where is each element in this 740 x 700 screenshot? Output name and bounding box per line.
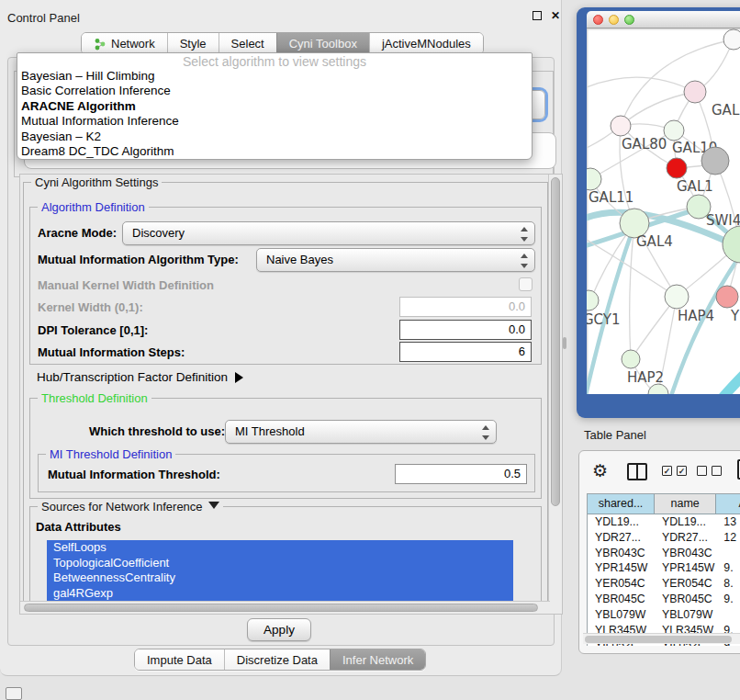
algorithm-option[interactable]: ARACNE Algorithm bbox=[17, 99, 532, 114]
attribute-list-item[interactable]: TopologicalCoefficient bbox=[47, 556, 513, 571]
column-header-name[interactable]: name bbox=[655, 494, 716, 514]
attribute-list-item[interactable]: BetweennessCentrality bbox=[47, 570, 513, 586]
manual-kernel-checkbox[interactable] bbox=[519, 277, 533, 291]
tab-style[interactable]: Style bbox=[167, 33, 219, 54]
attribute-list-item[interactable]: SelfLoops bbox=[47, 540, 513, 556]
node-label: GCY1 bbox=[587, 311, 621, 328]
data-attributes-list[interactable]: SelfLoopsTopologicalCoefficientBetweenne… bbox=[47, 540, 513, 603]
network-node-gal[interactable] bbox=[684, 81, 706, 103]
table-cell[interactable]: YBL079W bbox=[655, 607, 716, 623]
table-row[interactable]: YBR043CYBR043C bbox=[588, 546, 740, 561]
tab-jactivemnodules[interactable]: jActiveMNodules bbox=[369, 33, 483, 54]
kernel-width-field[interactable]: 0.0 bbox=[399, 297, 532, 317]
table-cell[interactable] bbox=[716, 607, 740, 623]
mi-algorithm-type-combobox[interactable]: Naive Bayes bbox=[256, 248, 535, 272]
table-cell[interactable]: YPR145W bbox=[588, 560, 655, 576]
network-canvas[interactable]: GALGAL80GAL10GAL11GAL1SWI4GAL4GCY1HAP4YH… bbox=[587, 28, 740, 394]
mi-threshold-field[interactable]: 0.5 bbox=[395, 464, 527, 484]
network-node-gal10[interactable] bbox=[664, 120, 684, 141]
table-cell[interactable]: YER054C bbox=[655, 576, 716, 592]
data-attributes-label: Data Attributes bbox=[36, 520, 121, 534]
zoom-traffic-light-icon[interactable] bbox=[624, 15, 634, 25]
table-row[interactable]: YBL079WYBL079W bbox=[588, 607, 740, 623]
stepper-icon bbox=[521, 254, 529, 268]
select-all-checkbox-icon[interactable]: ✓ bbox=[677, 466, 687, 476]
node-table[interactable]: shared... name A YDL19...YDL19...13YDR27… bbox=[587, 493, 740, 646]
dpi-tolerance-field[interactable]: 0.0 bbox=[399, 320, 532, 340]
algorithm-option[interactable]: Mutual Information Inference bbox=[17, 114, 532, 129]
network-node-hap2[interactable] bbox=[622, 350, 640, 368]
tab-impute-data[interactable]: Impute Data bbox=[135, 649, 224, 670]
table-cell[interactable] bbox=[716, 546, 740, 561]
tab-infer-network[interactable]: Infer Network bbox=[330, 649, 425, 670]
table-cell[interactable]: YPR145W bbox=[655, 560, 716, 576]
column-header-shared[interactable]: shared... bbox=[588, 494, 655, 514]
tab-select[interactable]: Select bbox=[219, 33, 276, 54]
table-cell[interactable]: YER054C bbox=[588, 576, 655, 592]
hub-definition-expander[interactable]: Hub/Transcription Factor Definition bbox=[37, 370, 249, 384]
minimize-traffic-light-icon[interactable] bbox=[609, 15, 619, 25]
network-node-gcy1[interactable] bbox=[587, 290, 599, 310]
which-threshold-combobox[interactable]: MI Threshold bbox=[225, 420, 497, 444]
tab-label: Cyni Toolbox bbox=[289, 37, 357, 51]
column-header-a[interactable]: A bbox=[716, 494, 740, 514]
split-columns-icon[interactable] bbox=[627, 463, 647, 480]
settings-horizontal-scrollbar[interactable] bbox=[20, 601, 550, 614]
deselect-all-checkbox-icon[interactable] bbox=[712, 466, 722, 476]
network-graph: GALGAL80GAL10GAL11GAL1SWI4GAL4GCY1HAP4YH… bbox=[587, 28, 740, 394]
close-icon[interactable]: ✕ bbox=[551, 9, 560, 22]
algorithm-option[interactable]: Basic Correlation Inference bbox=[17, 84, 532, 98]
network-window-titlebar[interactable] bbox=[587, 11, 740, 28]
table-cell[interactable]: YBR045C bbox=[588, 592, 655, 607]
close-traffic-light-icon[interactable] bbox=[593, 15, 603, 25]
table-cell[interactable]: 9. bbox=[716, 592, 740, 607]
sources-group-title[interactable]: Sources for Network Inference bbox=[38, 500, 223, 514]
settings-vertical-scrollbar[interactable] bbox=[548, 175, 562, 615]
tab-network[interactable]: Network bbox=[82, 33, 167, 54]
gear-icon[interactable]: ⚙ bbox=[592, 460, 608, 481]
algorithm-option[interactable]: Bayesian – Hill Climbing bbox=[17, 69, 532, 84]
panel-splitter-handle[interactable] bbox=[563, 337, 566, 349]
algorithm-option[interactable]: Bayesian – K2 bbox=[17, 130, 532, 144]
table-row[interactable]: YER054CYER054C8. bbox=[588, 576, 740, 592]
network-node[interactable] bbox=[701, 147, 729, 175]
table-cell[interactable]: YBR045C bbox=[655, 592, 716, 607]
mi-type-value: Naive Bayes bbox=[266, 253, 333, 266]
network-node[interactable] bbox=[723, 29, 740, 50]
table-cell[interactable]: 9. bbox=[716, 560, 740, 576]
attribute-list-item[interactable]: gal4RGexp bbox=[47, 586, 513, 602]
table-cell[interactable]: YDL19... bbox=[655, 514, 716, 530]
table-cell[interactable]: 12 bbox=[716, 530, 740, 546]
table-row[interactable]: YPR145WYPR145W9. bbox=[588, 560, 740, 576]
table-row[interactable]: YDL19...YDL19...13 bbox=[588, 514, 740, 530]
table-row[interactable]: YDR27...YDR27...12 bbox=[588, 530, 740, 546]
network-node[interactable] bbox=[667, 158, 687, 178]
tab-cyni-toolbox[interactable]: Cyni Toolbox bbox=[276, 33, 369, 54]
cyni-algorithm-settings-group: Cyni Algorithm Settings Algorithm Defini… bbox=[23, 182, 548, 610]
aracne-mode-combobox[interactable]: Discovery bbox=[122, 221, 535, 245]
float-window-icon[interactable] bbox=[533, 11, 542, 20]
tab-discretize-data[interactable]: Discretize Data bbox=[224, 649, 330, 670]
network-node-gal80[interactable] bbox=[611, 116, 631, 136]
table-cell[interactable]: YDL19... bbox=[588, 514, 655, 530]
table-cell[interactable]: YBR043C bbox=[588, 546, 655, 561]
table-horizontal-scrollbar[interactable] bbox=[583, 633, 740, 644]
mi-steps-field[interactable]: 6 bbox=[399, 342, 532, 362]
table-cell[interactable]: YDR27... bbox=[588, 530, 655, 546]
apply-button[interactable]: Apply bbox=[247, 618, 311, 641]
table-cell[interactable]: YBR043C bbox=[655, 546, 716, 561]
network-node-gal11[interactable] bbox=[587, 168, 601, 190]
network-node-y[interactable] bbox=[716, 286, 738, 308]
table-cell[interactable]: 13 bbox=[716, 514, 740, 530]
threshold-definition-group: Threshold Definition Which threshold to … bbox=[29, 398, 542, 499]
table-cell[interactable]: YDR27... bbox=[655, 530, 716, 546]
network-node-hap4[interactable] bbox=[665, 285, 689, 309]
network-view-window[interactable]: GALGAL80GAL10GAL11GAL1SWI4GAL4GCY1HAP4YH… bbox=[577, 7, 740, 418]
select-all-checkbox-icon[interactable]: ✓ bbox=[662, 466, 672, 476]
table-cell[interactable]: YBL079W bbox=[588, 607, 655, 623]
table-cell[interactable]: 8. bbox=[716, 576, 740, 592]
table-row[interactable]: YBR045CYBR045C9. bbox=[588, 592, 740, 607]
algorithm-option[interactable]: Dream8 DC_TDC Algorithm bbox=[17, 144, 532, 159]
collapsed-panel-chip[interactable] bbox=[6, 687, 22, 700]
deselect-all-checkbox-icon[interactable] bbox=[697, 466, 707, 476]
